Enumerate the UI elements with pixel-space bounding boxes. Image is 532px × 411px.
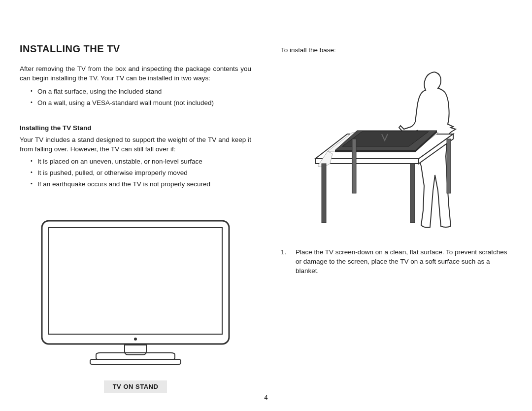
person-placing-tv-icon <box>308 68 485 235</box>
page-number: 4 <box>20 393 512 403</box>
intro-paragraph: After removing the TV from the box and i… <box>20 65 251 83</box>
svg-point-3 <box>134 338 137 341</box>
list-item: On a flat surface, using the included st… <box>31 87 251 97</box>
svg-rect-4 <box>322 164 326 223</box>
list-item: It is placed on an uneven, unstable, or … <box>31 157 251 167</box>
stand-intro: Your TV includes a stand designed to sup… <box>20 136 251 154</box>
list-item: If an earthquake occurs and the TV is no… <box>31 180 251 189</box>
step-text: Place the TV screen-down on a clean, fla… <box>296 248 507 274</box>
install-base-intro: To install the base: <box>281 46 512 55</box>
page-heading: INSTALLING THE TV <box>20 42 251 56</box>
list-item: It is pushed, pulled, or otherwise impro… <box>31 169 251 178</box>
install-base-figure <box>281 68 512 238</box>
svg-rect-5 <box>410 164 415 223</box>
step-number: 1. <box>281 248 286 257</box>
tv-stand-caption: TV ON STAND <box>104 380 167 393</box>
svg-rect-1 <box>49 228 222 334</box>
svg-rect-0 <box>42 221 229 344</box>
install-ways-list: On a flat surface, using the included st… <box>20 87 251 110</box>
step-item: 1. Place the TV screen-down on a clean, … <box>281 248 512 276</box>
list-item: On a wall, using a VESA-standard wall mo… <box>31 99 251 108</box>
install-steps: 1. Place the TV screen-down on a clean, … <box>281 248 512 276</box>
svg-rect-7 <box>447 139 451 193</box>
tv-on-stand-figure: TV ON STAND <box>20 216 251 393</box>
stand-heading: Installing the TV Stand <box>20 124 251 133</box>
tv-on-stand-icon <box>37 216 234 369</box>
fall-reasons-list: It is placed on an uneven, unstable, or … <box>20 157 251 191</box>
svg-rect-6 <box>352 139 356 193</box>
